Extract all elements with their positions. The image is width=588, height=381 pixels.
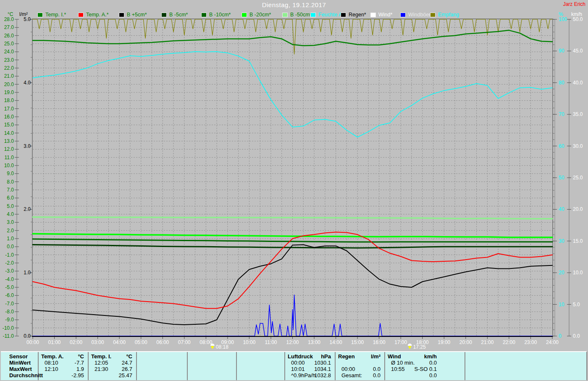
temperature-tick-label: 17.0: [4, 106, 14, 112]
humidity-tick-label: 20: [559, 270, 564, 276]
table-cell-value: -2.95: [38, 373, 84, 378]
table-cell-value: 1032.8: [284, 373, 331, 378]
humidity-tick-label: 40: [559, 206, 564, 212]
wind-tick-label: 10.0: [573, 270, 583, 276]
x-axis-label: 03:00: [92, 339, 104, 345]
sunset-sun-icon: [408, 344, 412, 346]
temperature-tick-label: 0.0: [7, 244, 14, 250]
temperature-tick-label: -8.0: [5, 309, 14, 315]
rain-tick-label: 0.0: [24, 333, 31, 339]
wind-tick-label: 35.0: [573, 111, 583, 117]
humidity-tick-label: 0: [559, 333, 562, 339]
humidity-tick-label: 70: [559, 111, 564, 117]
x-axis-label: 08:00: [200, 339, 212, 345]
temperature-tick-label: 18.0: [4, 97, 14, 103]
rain-tick-label: 3.0: [24, 143, 31, 149]
table-cell-value: 0.0: [384, 360, 437, 366]
humidity-tick-label: 50: [559, 175, 564, 181]
temperature-tick-label: -9.0: [5, 317, 14, 323]
humidity-tick-label: 80: [559, 80, 564, 86]
temperature-tick-label: 5.0: [7, 203, 14, 209]
temperature-tick-label: 12.0: [4, 146, 14, 152]
temperature-tick-label: -3.0: [5, 268, 14, 274]
x-axis-label: 19:00: [438, 339, 450, 345]
temperature-tick-label: 14.0: [4, 130, 14, 136]
humidity-tick-label: 10: [559, 302, 564, 307]
temperature-tick-label: 21.0: [4, 73, 14, 79]
series-feuchte-a: [33, 52, 552, 137]
temperature-tick-label: -2.0: [5, 260, 14, 266]
temperature-tick-label: 19.0: [4, 89, 14, 95]
temperature-tick-label: 11.0: [5, 155, 14, 160]
table-column-divider: [465, 352, 465, 380]
temperature-tick-label: 20.0: [4, 81, 14, 87]
temperature-tick-label: 22.0: [4, 65, 14, 71]
humidity-tick-label: 30: [559, 238, 564, 244]
table-cell-value: 26.7: [88, 366, 132, 372]
x-axis-label: 13:00: [308, 339, 320, 345]
wind-tick-label: 5.0: [573, 302, 580, 307]
temperature-tick-label: 8.0: [7, 179, 14, 185]
rain-tick-label: 4.0: [24, 80, 31, 86]
wind-tick-label: 15.0: [573, 238, 583, 244]
temperature-tick-label: 16.0: [4, 114, 14, 120]
humidity-tick-label: 90: [559, 48, 564, 54]
temperature-tick-label: 25.0: [4, 41, 14, 47]
x-axis-label: 05:00: [135, 339, 147, 345]
temperature-tick-label: 10.0: [4, 163, 14, 168]
x-axis-label: 04:00: [113, 339, 126, 345]
table-sensor-unit: km/h: [384, 354, 437, 360]
temperature-tick-label: -7.0: [5, 301, 14, 307]
table-cell-value: 0.0: [335, 366, 381, 372]
wind-tick-label: 30.0: [573, 143, 583, 149]
temperature-tick-label: -5.0: [5, 284, 14, 290]
temperature-tick-label: -1.0: [5, 252, 14, 258]
temperature-tick-label: 1.0: [7, 236, 14, 242]
x-axis-label: 12:00: [286, 339, 299, 345]
x-axis-label: 22:00: [503, 339, 515, 345]
temperature-tick-label: 9.0: [7, 171, 14, 176]
daily-stats-table: SensorMinWertMaxWertDurchschnittTemp. A.…: [1, 351, 587, 380]
sunset-arrow-icon: [408, 346, 412, 349]
plot-frame: [32, 19, 553, 336]
table-sensor-unit: °C: [38, 354, 84, 360]
rain-tick-label: 5.0: [24, 16, 31, 22]
x-axis-label: 06:00: [156, 339, 169, 345]
table-cell-value: 0.0: [384, 373, 437, 378]
wind-tick-label: 25.0: [573, 175, 583, 181]
wind-tick-label: 45.0: [573, 48, 583, 54]
table-column-divider: [187, 352, 188, 380]
x-axis-label: 01:00: [48, 339, 61, 345]
x-axis-label: 10:00: [243, 339, 255, 345]
table-cell-value: 24.7: [88, 360, 132, 366]
temperature-tick-label: 28.0: [4, 16, 14, 22]
table-row-label: MaxWert: [9, 366, 32, 372]
x-axis-label: 24:00: [546, 339, 559, 345]
weather-station-window: { "header": { "author": "Jarz Erich" }, …: [0, 0, 588, 381]
temperature-tick-label: 4.0: [7, 211, 14, 217]
humidity-tick-label: 60: [559, 143, 564, 149]
temperature-tick-label: 7.0: [7, 187, 14, 193]
temperature-tick-label: 6.0: [7, 195, 14, 201]
table-cell-value: 25.47: [88, 373, 132, 378]
x-axis-label: 15:00: [351, 339, 364, 345]
x-axis-label: 21:00: [481, 339, 494, 345]
x-axis-label: 16:00: [373, 339, 386, 345]
temperature-tick-label: 13.0: [4, 138, 14, 144]
temperature-tick-label: 3.0: [7, 219, 14, 225]
weather-chart: -11.0-10.0-9.0-8.0-7.0-6.0-5.0-4.0-3.0-2…: [0, 0, 588, 351]
sunrise-time-label: 08:18: [216, 344, 228, 350]
table-cell-value: 1034.1: [284, 366, 331, 372]
x-axis-label: 00:00: [26, 339, 39, 345]
wind-tick-label: 0.0: [573, 333, 580, 339]
table-row-label: Sensor: [9, 354, 28, 360]
temperature-tick-label: -11.0: [3, 333, 14, 339]
table-cell-value: 1030.1: [284, 360, 331, 366]
wind-tick-label: 50.0: [573, 16, 583, 22]
table-sensor-unit: hPa: [284, 354, 331, 360]
table-column-divider: [136, 352, 137, 380]
table-sensor-unit: l/m²: [335, 354, 381, 360]
rain-tick-label: 1.0: [24, 270, 31, 276]
temperature-tick-label: 24.0: [4, 49, 14, 55]
x-axis-label: 17:00: [394, 339, 407, 345]
